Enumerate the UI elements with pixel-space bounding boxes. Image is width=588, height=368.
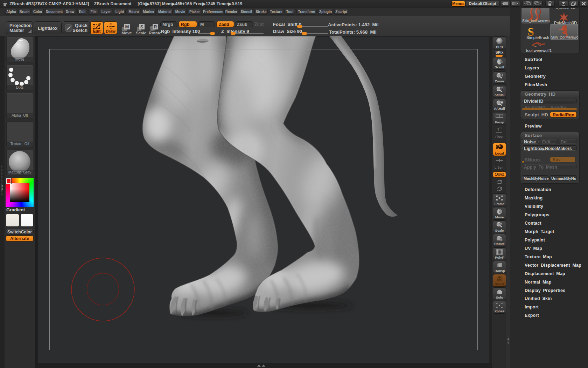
svg-text:M: M xyxy=(125,24,129,29)
svg-text:R: R xyxy=(154,24,157,29)
svg-text:y: y xyxy=(500,179,502,182)
svg-text:z: z xyxy=(500,186,502,189)
svg-text:Skin_tool.werewo: Skin_tool.werewo xyxy=(551,35,579,39)
svg-text:z: z xyxy=(499,127,500,129)
svg-text:y: y xyxy=(501,127,503,129)
svg-text:SimpleBrush: SimpleBrush xyxy=(526,35,549,40)
svg-text:Skin_tool.werewo: Skin_tool.werewo xyxy=(522,19,550,23)
svg-text:x1: x1 xyxy=(500,88,503,90)
svg-text:tool.werewolf1: tool.werewolf1 xyxy=(526,48,552,53)
svg-text:S: S xyxy=(140,24,144,29)
